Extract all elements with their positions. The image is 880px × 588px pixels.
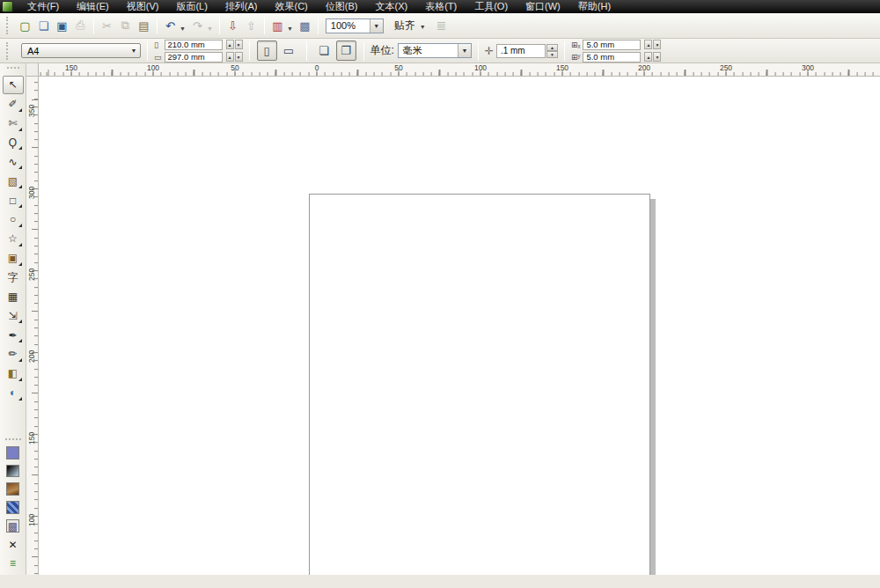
menu-bar: 文件(F)编辑(E)视图(V)版面(L)排列(A)效果(C)位图(B)文本(X)… (0, 0, 880, 13)
toolbox-separator[interactable] (5, 438, 21, 440)
landscape-orientation-button[interactable]: ▭ (279, 40, 299, 61)
paper-preset-combo[interactable]: A4 ▼ (21, 43, 141, 58)
print-icon[interactable]: ⎙ (71, 17, 90, 35)
toolbar-grip[interactable] (6, 42, 10, 60)
menu-item[interactable]: 窗口(W) (517, 0, 569, 13)
current-page-layout-button[interactable]: ❐ (336, 40, 356, 61)
standard-toolbar-buttons: ▢❏▣⎙✂⧉▤↶▼↷▼⇩⇧▥▼▩ (16, 17, 322, 35)
property-bar: A4 ▼ ▯ 210.0 mm ▲▼ ▭ 297.0 mm ▲▼ ▯ ▭ ❏ ❐… (0, 39, 880, 63)
undo-icon-dropdown[interactable]: ▼ (180, 26, 186, 32)
redo-icon[interactable]: ↷ (188, 17, 207, 35)
paper-width-stepper[interactable]: ▲▼ (225, 40, 243, 49)
postscript-fill-swatch[interactable]: ▩ (6, 519, 19, 533)
duplicate-x-field[interactable]: 5.0 mm (583, 40, 641, 50)
nudge-stepper[interactable]: ▲▼ (546, 44, 558, 58)
vertical-ruler[interactable]: 350300250200150100 (26, 77, 39, 575)
toolbox-grip[interactable] (7, 67, 19, 69)
h-ruler-label: 100 (474, 63, 487, 72)
units-combo[interactable]: 毫米 ▼ (398, 43, 472, 58)
chevron-down-icon[interactable]: ▼ (370, 19, 383, 33)
paper-width-icon: ▯ (154, 40, 162, 49)
snap-to-label: 贴齐 (394, 18, 415, 33)
app-launcher-icon[interactable]: ▥ (268, 17, 287, 35)
duplicate-x-stepper[interactable]: ▲▼ (643, 40, 661, 49)
drawing-canvas[interactable] (39, 77, 880, 575)
text-tool[interactable]: 字 (3, 268, 24, 287)
h-ruler-label: 100 (147, 63, 159, 72)
paper-width-field[interactable]: 210.0 mm (165, 40, 223, 50)
polygon-tool[interactable]: ☆ (3, 230, 24, 248)
no-fill-icon[interactable]: ✕ (6, 538, 19, 551)
freehand-tool[interactable]: ∿ (3, 152, 24, 171)
color-docker-icon[interactable]: ≡ (6, 556, 19, 570)
all-pages-layout-button[interactable]: ❏ (314, 40, 334, 61)
menu-item[interactable]: 排列(A) (216, 0, 267, 13)
chevron-down-icon: ▼ (128, 44, 140, 57)
fill-tool[interactable]: ◧ (3, 364, 24, 383)
pattern-fill-swatch[interactable] (6, 501, 19, 514)
texture-fill-swatch[interactable] (6, 482, 19, 496)
new-document-icon[interactable]: ▢ (16, 17, 34, 35)
basic-shapes-tool[interactable]: ▣ (3, 249, 24, 268)
zoom-level-combo[interactable]: 100% ▼ (326, 18, 384, 33)
paper-height-stepper[interactable]: ▲▼ (225, 52, 243, 62)
menu-item[interactable]: 文本(X) (366, 0, 416, 13)
toolbar-separator (219, 17, 220, 34)
save-icon[interactable]: ▣ (53, 17, 71, 35)
open-icon[interactable]: ❏ (34, 17, 53, 35)
coreldraw-app-icon (2, 1, 13, 12)
duplicate-y-stepper[interactable]: ▲▼ (643, 52, 661, 62)
h-ruler-label: 300 (802, 63, 814, 72)
copy-icon[interactable]: ⧉ (116, 17, 135, 35)
units-value: 毫米 (399, 44, 458, 57)
units-label: 单位: (370, 43, 394, 58)
portrait-orientation-button[interactable]: ▯ (257, 40, 277, 61)
app-launcher-icon-dropdown[interactable]: ▼ (287, 26, 293, 32)
smart-fill-tool[interactable]: ▧ (3, 172, 24, 190)
crop-tool[interactable]: ✄ (3, 114, 24, 133)
document-page[interactable] (309, 194, 650, 575)
toolbar-separator (264, 17, 265, 34)
zoom-tool[interactable]: Ϙ (3, 134, 24, 152)
paper-height-field[interactable]: 297.0 mm (165, 52, 223, 62)
redo-icon-dropdown[interactable]: ▼ (207, 26, 213, 32)
ruler-origin-corner[interactable] (26, 63, 39, 77)
outline-pen-tool[interactable]: ✏ (3, 345, 24, 364)
menu-item[interactable]: 编辑(E) (68, 0, 118, 13)
menu-item[interactable]: 位图(B) (317, 0, 367, 13)
menu-item[interactable]: 文件(F) (18, 0, 68, 13)
pick-tool[interactable]: ↖ (3, 76, 24, 94)
menu-item[interactable]: 版面(L) (167, 0, 216, 13)
h-ruler-label: 150 (556, 63, 568, 72)
welcome-screen-icon[interactable]: ▩ (296, 17, 314, 35)
options-icon[interactable]: ≣ (436, 18, 447, 33)
paste-icon[interactable]: ▤ (135, 17, 153, 35)
import-icon[interactable]: ⇩ (224, 17, 242, 35)
duplicate-y-field[interactable]: 5.0 mm (583, 52, 641, 62)
h-ruler-label: 50 (394, 63, 402, 72)
horizontal-ruler[interactable]: 15010050050100150200250300350 (39, 63, 880, 77)
dimension-tool[interactable]: ⇲ (3, 306, 24, 325)
uniform-fill-swatch[interactable] (6, 446, 19, 459)
ellipse-tool[interactable]: ○ (3, 210, 24, 229)
chevron-down-icon: ▼ (420, 24, 426, 30)
menu-item[interactable]: 帮助(H) (569, 0, 620, 13)
nudge-distance-field[interactable]: .1 mm (496, 44, 546, 58)
nudge-distance-icon: ✛ (485, 45, 494, 57)
table-tool[interactable]: ▦ (3, 287, 24, 305)
shape-tool[interactable]: ✐ (3, 95, 24, 114)
menu-item[interactable]: 工具(O) (466, 0, 517, 13)
menu-item[interactable]: 效果(C) (267, 0, 317, 13)
eyedropper-tool[interactable]: ✒ (3, 326, 24, 344)
cut-icon[interactable]: ✂ (98, 17, 116, 35)
export-icon[interactable]: ⇧ (242, 17, 260, 35)
rectangle-tool[interactable]: □ (3, 191, 24, 209)
toolbar-grip[interactable] (6, 17, 10, 34)
menu-item[interactable]: 表格(T) (416, 0, 466, 13)
v-ruler-label: 100 (27, 514, 36, 526)
menu-item[interactable]: 视图(V) (118, 0, 168, 13)
snap-to-dropdown[interactable]: 贴齐 ▼ (394, 18, 426, 33)
interactive-fill-tool[interactable]: ◐ (3, 384, 24, 402)
undo-icon[interactable]: ↶ (161, 17, 180, 35)
fountain-fill-swatch[interactable] (6, 465, 19, 478)
